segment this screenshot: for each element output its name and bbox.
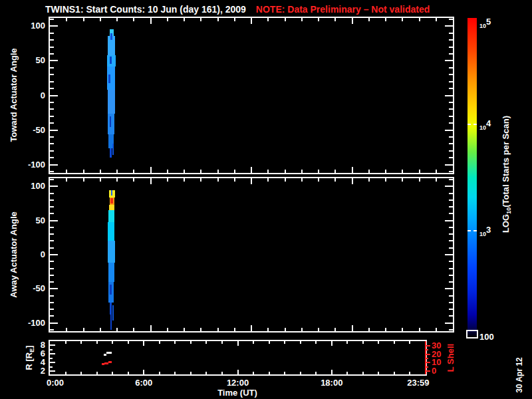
colorbar-tick-base: 10 <box>479 23 486 29</box>
lshell-tick-minor <box>426 366 428 368</box>
y-tick-major <box>445 60 453 61</box>
x-tick <box>112 372 113 374</box>
x-tick <box>167 178 168 182</box>
y-tick-major <box>445 254 453 255</box>
line-dash <box>108 361 112 363</box>
y-tick-minor <box>449 33 453 34</box>
x-tick <box>200 328 201 331</box>
x-tick <box>269 372 270 374</box>
x-tick <box>112 341 113 344</box>
x-tick <box>362 372 364 374</box>
x-tick <box>133 18 134 21</box>
x-tick <box>205 341 207 344</box>
x-tick <box>285 170 286 173</box>
colorbar-tick-label: 105 <box>479 17 506 31</box>
r-tick-minor <box>50 358 53 359</box>
y-tick-minor <box>449 74 453 75</box>
x-tick <box>200 170 201 173</box>
y-tick-minor <box>50 179 54 180</box>
heatmap-segment <box>108 222 114 241</box>
x-tick <box>217 328 219 331</box>
y-tick-label: 0 <box>19 249 45 259</box>
x-tick <box>83 170 84 173</box>
lshell-tick-major <box>426 370 430 372</box>
x-tick <box>267 18 269 21</box>
y-tick-minor <box>50 213 54 214</box>
y-tick-minor <box>50 275 54 276</box>
x-tick <box>301 18 303 21</box>
y-tick-label: 0 <box>19 90 45 100</box>
x-tick <box>133 170 134 173</box>
x-tick <box>394 372 395 374</box>
lshell-tick-major <box>426 354 430 355</box>
x-tick <box>221 372 223 374</box>
colorbar-tick-label: 104 <box>479 118 506 133</box>
y-tick-major <box>50 323 58 324</box>
x-tick <box>419 18 420 21</box>
y-tick-minor <box>449 122 453 124</box>
heatmap-segment <box>110 116 112 128</box>
x-tick <box>184 178 185 182</box>
y-tick-minor <box>50 193 54 194</box>
colorbar-tick <box>473 124 477 125</box>
y-tick-minor <box>50 227 54 228</box>
x-tick <box>315 341 317 344</box>
x-tick <box>66 178 67 182</box>
colorbar-tick <box>467 124 471 125</box>
y-tick-minor <box>50 206 54 207</box>
x-tick <box>116 328 118 331</box>
x-tick <box>267 178 269 182</box>
x-tick <box>251 178 252 184</box>
x-tick <box>128 372 129 374</box>
x-tick <box>285 328 286 331</box>
x-tick <box>285 18 286 21</box>
x-tick <box>251 167 252 173</box>
y-tick-minor <box>449 67 453 68</box>
heatmap-segment <box>108 210 114 221</box>
y-tick-major <box>50 25 58 27</box>
y-tick-minor <box>50 302 54 303</box>
x-tick <box>237 370 239 374</box>
y-tick-minor <box>50 268 54 269</box>
y-tick-minor <box>50 108 54 110</box>
x-tick <box>419 170 420 173</box>
y-tick-major <box>50 254 58 255</box>
y-tick-major <box>50 220 58 221</box>
x-tick <box>378 341 379 344</box>
plot-stage: TWINS1: Start Counts: 10 Jun (day 161), … <box>0 0 532 399</box>
x-tick <box>217 178 219 182</box>
y-tick-minor <box>50 171 54 172</box>
x-tick <box>269 341 270 344</box>
x-tick-label: 6:00 <box>134 378 154 388</box>
x-tick <box>251 18 252 24</box>
x-tick <box>352 167 353 173</box>
y-tick-minor <box>449 233 453 235</box>
x-tick <box>150 325 152 331</box>
y-tick-label: 100 <box>19 21 45 31</box>
y-tick-minor <box>449 206 453 207</box>
y-tick-major <box>50 164 58 166</box>
x-tick <box>167 18 168 21</box>
x-tick <box>150 167 152 173</box>
lshell-tick-label: 0 <box>432 366 452 376</box>
x-tick <box>190 372 192 374</box>
y-tick-minor <box>449 47 453 48</box>
y-tick-minor <box>449 157 453 158</box>
x-tick <box>334 328 336 331</box>
y-tick-label: -50 <box>19 125 45 135</box>
y-tick-minor <box>449 116 453 117</box>
x-tick <box>331 341 332 346</box>
x-tick <box>66 170 67 173</box>
y-tick-minor <box>50 136 54 138</box>
x-tick <box>436 18 437 21</box>
x-tick <box>65 372 66 374</box>
r-tick-major <box>50 362 55 363</box>
x-tick <box>83 18 84 21</box>
y-tick-minor <box>449 193 453 194</box>
x-tick <box>378 372 379 374</box>
lshell-tick-major <box>426 345 430 346</box>
colorbar-end-box <box>466 330 478 338</box>
x-tick <box>385 170 386 173</box>
x-tick <box>83 328 84 331</box>
x-tick <box>184 328 185 331</box>
